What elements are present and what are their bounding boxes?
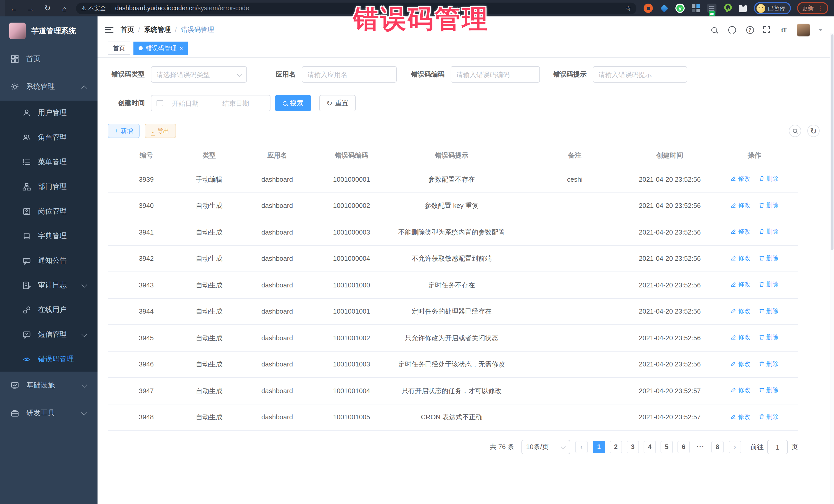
user-avatar[interactable] <box>797 23 810 36</box>
font-size-icon[interactable]: tT <box>779 25 788 35</box>
tab-home[interactable]: 首页 <box>108 42 130 55</box>
delete-link[interactable]: 删除 <box>759 386 778 395</box>
extension-key-icon[interactable] <box>723 4 732 13</box>
error-type-select[interactable] <box>151 66 247 83</box>
forward-icon[interactable]: → <box>22 4 39 13</box>
extension-y-icon[interactable]: y <box>675 4 685 13</box>
page-button-6[interactable]: 6 <box>678 441 690 453</box>
sidebar-item-user[interactable]: 用户管理 <box>0 101 97 125</box>
export-button[interactable]: ↓ 导出 <box>145 124 176 138</box>
edit-link[interactable]: 修改 <box>730 412 750 421</box>
browser-profile-chip[interactable]: 已暂停 <box>754 2 791 14</box>
end-date-input[interactable] <box>218 99 254 107</box>
bookmark-star-icon[interactable]: ☆ <box>626 4 631 12</box>
page-size-select[interactable]: 10条/页 <box>522 440 570 454</box>
page-button-1[interactable]: 1 <box>593 441 605 453</box>
app-name-input-wrap[interactable] <box>302 66 397 83</box>
toggle-search-button[interactable] <box>789 125 801 137</box>
github-icon[interactable] <box>727 25 737 35</box>
address-bar[interactable]: ⚠ 不安全 dashboard.yudao.iocoder.cn/system/… <box>76 2 636 14</box>
extension-grid-icon[interactable] <box>691 4 701 13</box>
refresh-table-button[interactable]: ↻ <box>807 125 820 137</box>
delete-link[interactable]: 删除 <box>759 280 778 289</box>
delete-link[interactable]: 删除 <box>759 200 778 210</box>
extension-orange-icon[interactable] <box>643 4 653 13</box>
delete-link[interactable]: 删除 <box>759 359 778 368</box>
extension-gem-icon[interactable] <box>659 4 669 13</box>
fullscreen-icon[interactable] <box>763 26 770 34</box>
delete-link[interactable]: 删除 <box>759 253 778 263</box>
search-icon[interactable] <box>709 25 719 35</box>
edit-link[interactable]: 修改 <box>730 200 750 210</box>
tab-error-code[interactable]: 错误码管理 × <box>133 42 188 55</box>
edit-link[interactable]: 修改 <box>730 359 750 368</box>
extension-onepassword-icon[interactable]: on <box>707 4 717 13</box>
back-icon[interactable]: ← <box>5 4 22 13</box>
sidebar-item-dept[interactable]: 部门管理 <box>0 175 97 199</box>
page-button-4[interactable]: 4 <box>643 441 656 453</box>
edit-link[interactable]: 修改 <box>730 280 750 289</box>
breadcrumb-home[interactable]: 首页 <box>120 25 134 35</box>
page-ellipsis[interactable]: ··· <box>695 441 707 453</box>
sidebar-item-sms[interactable]: 短信管理 <box>0 322 97 347</box>
delete-link[interactable]: 删除 <box>759 412 778 421</box>
edit-link[interactable]: 修改 <box>730 386 750 395</box>
sidebar-item-audit-log[interactable]: 审计日志 <box>0 273 97 298</box>
search-button[interactable]: 搜索 <box>275 95 311 111</box>
edit-link[interactable]: 修改 <box>730 227 750 236</box>
goto-page-input[interactable] <box>767 440 788 454</box>
sidebar-item-devtools[interactable]: 研发工具 <box>0 399 97 427</box>
delete-link[interactable]: 删除 <box>759 333 778 342</box>
error-msg-input-wrap[interactable] <box>593 66 687 83</box>
delete-link[interactable]: 删除 <box>759 306 778 315</box>
sidebar-item-post[interactable]: 岗位管理 <box>0 199 97 224</box>
page-button-5[interactable]: 5 <box>660 441 673 453</box>
collapse-sidebar-icon[interactable] <box>105 26 113 33</box>
cell-code: 1001001003 <box>321 352 382 377</box>
cell-id: 3947 <box>108 378 185 403</box>
sidebar-item-system[interactable]: 系统管理 <box>0 73 97 101</box>
home-icon[interactable]: ⌂ <box>56 4 73 13</box>
page-button-3[interactable]: 3 <box>627 441 639 453</box>
sidebar-item-role[interactable]: 角色管理 <box>0 125 97 150</box>
sidebar-item-error-code[interactable]: </>错误码管理 <box>0 347 97 372</box>
app-logo-row[interactable]: 芋道管理系统 <box>0 17 97 45</box>
reset-button[interactable]: ↻ 重置 <box>319 95 355 111</box>
cell-code: 1001000004 <box>321 246 382 271</box>
error-code-input[interactable] <box>456 70 534 78</box>
app-name-input[interactable] <box>307 70 391 78</box>
error-code-input-wrap[interactable] <box>451 66 540 83</box>
start-date-input[interactable] <box>167 99 203 107</box>
sidebar-item-online-user[interactable]: 在线用户 <box>0 298 97 322</box>
error-msg-input[interactable] <box>598 70 682 78</box>
breadcrumb-system[interactable]: 系统管理 <box>144 25 171 35</box>
delete-link[interactable]: 删除 <box>759 227 778 236</box>
page-button-8[interactable]: 8 <box>711 441 724 453</box>
reload-icon[interactable]: ↻ <box>39 4 56 13</box>
scrollbar-thumb[interactable] <box>831 35 833 250</box>
sidebar-item-dict[interactable]: 字典管理 <box>0 224 97 248</box>
edit-link[interactable]: 修改 <box>730 174 750 183</box>
help-icon[interactable]: ? <box>745 25 754 35</box>
sidebar-item-infra[interactable]: 基础设施 <box>0 372 97 399</box>
edit-link[interactable]: 修改 <box>730 253 750 263</box>
add-button[interactable]: + 新增 <box>108 124 139 138</box>
sidebar-item-menu[interactable]: 菜单管理 <box>0 150 97 175</box>
date-range-picker[interactable]: - <box>151 95 270 111</box>
sidebar-item-home[interactable]: 首页 <box>0 45 97 73</box>
extensions-puzzle-icon[interactable] <box>739 4 747 12</box>
browser-menu-icon[interactable]: ⋮ <box>817 5 823 12</box>
page-scrollbar[interactable] <box>830 33 834 504</box>
delete-link[interactable]: 删除 <box>759 174 778 183</box>
user-menu-caret-icon[interactable] <box>819 28 823 31</box>
sidebar-item-notice[interactable]: 通知公告 <box>0 248 97 273</box>
cell-app: dashboard <box>234 325 321 351</box>
edit-link[interactable]: 修改 <box>730 333 750 342</box>
edit-link[interactable]: 修改 <box>730 306 750 315</box>
browser-update-button[interactable]: 更新 ⋮ <box>797 2 828 14</box>
page-button-2[interactable]: 2 <box>610 441 622 453</box>
not-secure-label[interactable]: 不安全 <box>88 4 111 12</box>
close-tab-icon[interactable]: × <box>180 45 183 51</box>
next-page-button[interactable]: › <box>729 441 741 453</box>
prev-page-button[interactable]: ‹ <box>575 441 588 453</box>
